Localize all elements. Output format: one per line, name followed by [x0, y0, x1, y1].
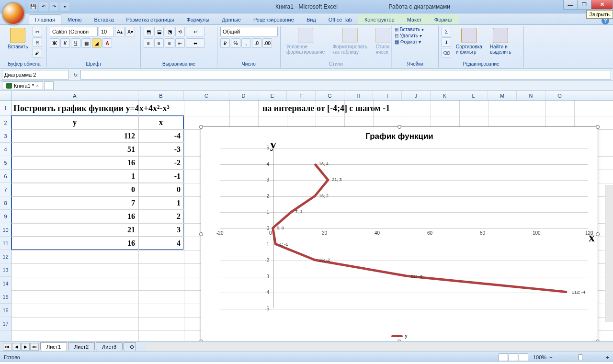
- sheet-tab-1[interactable]: Лист1: [40, 342, 67, 351]
- maximize-button[interactable]: ❐: [577, 0, 591, 10]
- align-top-icon[interactable]: ⬒: [144, 27, 153, 36]
- table-cell-x[interactable]: 2: [138, 210, 184, 223]
- border-icon[interactable]: ▦: [81, 38, 91, 48]
- tab-review[interactable]: Рецензирование: [247, 14, 300, 24]
- number-format-combo[interactable]: Общий: [220, 27, 278, 36]
- format-table-button[interactable]: Форматировать как таблицу: [329, 27, 370, 56]
- fill-color-icon[interactable]: ◢: [92, 38, 102, 48]
- row-header[interactable]: 13: [0, 263, 11, 277]
- row-header[interactable]: 4: [0, 143, 11, 156]
- table-cell-y[interactable]: 16: [11, 237, 138, 250]
- table-cell-x[interactable]: -4: [138, 129, 184, 143]
- copy-icon[interactable]: ⎘: [33, 37, 42, 47]
- column-header[interactable]: N: [517, 91, 545, 100]
- align-right-icon[interactable]: ≡: [165, 38, 174, 48]
- doc-close-icon[interactable]: ×: [36, 83, 39, 89]
- undo-icon[interactable]: ↶: [39, 2, 48, 11]
- row-header[interactable]: 10: [0, 223, 11, 237]
- cell-styles-button[interactable]: Стили ячеек: [372, 27, 393, 56]
- chart-legend[interactable]: y: [201, 333, 598, 339]
- row-header[interactable]: 7: [0, 183, 11, 196]
- horizontal-scrollbar[interactable]: [146, 343, 613, 351]
- redo-icon[interactable]: ↷: [50, 2, 58, 11]
- cells-format-button[interactable]: ▦ Формат ▾: [395, 39, 421, 45]
- close-button[interactable]: ✕: [591, 0, 613, 10]
- column-header[interactable]: E: [258, 91, 287, 100]
- zoom-out-button[interactable]: −: [549, 354, 552, 360]
- row-header[interactable]: 6: [0, 170, 11, 183]
- column-header[interactable]: C: [184, 91, 229, 100]
- select-all-corner[interactable]: [0, 91, 11, 100]
- zoom-slider[interactable]: [556, 356, 603, 358]
- zoom-in-button[interactable]: +: [606, 354, 609, 360]
- fx-icon[interactable]: fx: [71, 70, 80, 80]
- align-bottom-icon[interactable]: ⬔: [165, 27, 174, 36]
- shrink-font-icon[interactable]: A▾: [125, 27, 135, 36]
- currency-icon[interactable]: ₽: [220, 38, 230, 48]
- column-header[interactable]: M: [488, 91, 517, 100]
- dec-decimal-icon[interactable]: .00: [262, 38, 272, 48]
- row-header[interactable]: 11: [0, 237, 11, 250]
- comma-icon[interactable]: ,: [241, 38, 251, 48]
- cells-insert-button[interactable]: ⊞ Вставить ▾: [395, 27, 424, 32]
- clear-icon[interactable]: ⌫: [442, 48, 451, 57]
- table-cell-y[interactable]: 51: [11, 143, 138, 156]
- chart-object[interactable]: График функции y x -5-4-3-2-1012345-2002…: [201, 126, 598, 341]
- row-header[interactable]: 16: [0, 304, 11, 317]
- table-cell-x[interactable]: 3: [138, 223, 184, 237]
- underline-button[interactable]: Ч: [71, 38, 80, 48]
- tab-chart-design[interactable]: Конструктор: [358, 14, 401, 24]
- percent-icon[interactable]: %: [231, 38, 240, 48]
- font-size-combo[interactable]: 10: [99, 27, 114, 36]
- document-tab[interactable]: Книга1 * ×: [2, 81, 43, 90]
- align-left-icon[interactable]: ≡: [144, 38, 153, 48]
- vertical-scrollbar[interactable]: [605, 185, 613, 322]
- tab-home[interactable]: Главная: [29, 14, 61, 24]
- tab-pagelayout[interactable]: Разметка страницы: [120, 14, 181, 24]
- paste-button[interactable]: Вставить: [5, 27, 31, 50]
- indent-dec-icon[interactable]: ⇤: [175, 38, 185, 48]
- table-cell-y[interactable]: 16: [11, 210, 138, 223]
- row-header[interactable]: 5: [0, 156, 11, 170]
- table-cell-y[interactable]: 0: [11, 183, 138, 196]
- align-center-icon[interactable]: ≡: [154, 38, 164, 48]
- view-break-icon[interactable]: [519, 353, 528, 361]
- orientation-icon[interactable]: ⟲: [175, 27, 185, 36]
- sheet-tab-3[interactable]: Лист3: [96, 342, 123, 351]
- inc-decimal-icon[interactable]: .0: [252, 38, 261, 48]
- column-header[interactable]: O: [545, 91, 574, 100]
- sheet-nav-last[interactable]: ⏭: [30, 343, 39, 351]
- column-header[interactable]: J: [402, 91, 431, 100]
- new-document-button[interactable]: [44, 81, 54, 90]
- tab-officetab[interactable]: Office Tab: [322, 14, 358, 24]
- save-icon[interactable]: 💾: [29, 2, 37, 11]
- column-header[interactable]: B: [138, 91, 184, 100]
- font-name-combo[interactable]: Calibri (Основн: [50, 27, 98, 36]
- row-header[interactable]: 9: [0, 210, 11, 223]
- autosum-icon[interactable]: Σ: [442, 27, 451, 36]
- table-cell-x[interactable]: 0: [138, 183, 184, 196]
- cut-icon[interactable]: ✂: [33, 27, 42, 36]
- row-header[interactable]: 15: [0, 290, 11, 304]
- table-cell-x[interactable]: 4: [138, 237, 184, 250]
- tab-insert[interactable]: Вставка: [88, 14, 120, 24]
- cells-delete-button[interactable]: ⊟ Удалить ▾: [395, 33, 422, 38]
- plot-area[interactable]: -5-4-3-2-1012345-2002040608010012016; 42…: [220, 148, 588, 308]
- row-header[interactable]: 12: [0, 250, 11, 263]
- table-cell-x[interactable]: -3: [138, 143, 184, 156]
- row-header[interactable]: 3: [0, 129, 11, 143]
- office-button[interactable]: [2, 2, 25, 25]
- sheet-nav-next[interactable]: ▶: [21, 343, 30, 351]
- sort-filter-button[interactable]: Сортировка и фильтр: [453, 27, 485, 56]
- tab-chart-format[interactable]: Формат: [428, 14, 459, 24]
- table-cell-x[interactable]: 1: [138, 196, 184, 210]
- format-painter-icon[interactable]: 🖌: [33, 48, 42, 57]
- column-header[interactable]: H: [344, 91, 373, 100]
- column-header[interactable]: G: [316, 91, 344, 100]
- table-cell-y[interactable]: 112: [11, 129, 138, 143]
- tab-view[interactable]: Вид: [300, 14, 322, 24]
- table-cell-y[interactable]: 21: [11, 223, 138, 237]
- find-select-button[interactable]: Найти и выделить: [487, 27, 514, 56]
- row-header[interactable]: 17: [0, 317, 11, 330]
- formula-input[interactable]: [80, 70, 611, 80]
